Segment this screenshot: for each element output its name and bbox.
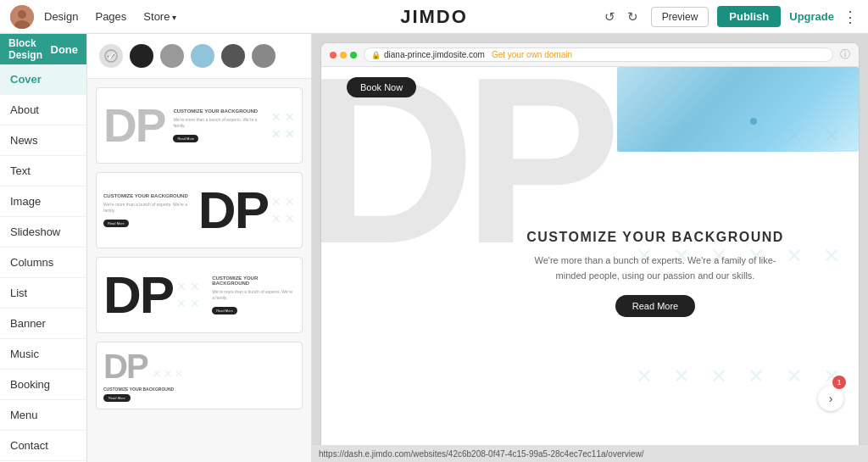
- browser-bar: 🔒 diana-prince.jimdosite.com Get your ow…: [321, 43, 859, 67]
- cross-pattern-4: ✕ ✕ ✕: [153, 368, 183, 380]
- preview-text-content: CUSTOMIZE YOUR BACKGROUND We're more tha…: [520, 230, 791, 317]
- block-thumb-1[interactable]: DP CUSTOMIZE YOUR BACKGROUND We're more …: [96, 87, 303, 164]
- top-navigation: Design Pages Store JIMDO ↺ ↻ Preview Pub…: [0, 0, 868, 34]
- block-thumb-2[interactable]: CUSTOMIZE YOUR BACKGROUND We're more tha…: [96, 172, 303, 248]
- block-thumb-4-inner: DP ✕ ✕ ✕: [103, 349, 295, 383]
- block-thumb-4[interactable]: DP ✕ ✕ ✕ CUSTOMIZE YOUR BACKGROUND Read …: [96, 342, 303, 409]
- sidebar-item-menu[interactable]: Menu: [0, 400, 86, 431]
- block-thumb-3[interactable]: DP ✕ ✕ ✕ ✕ CUSTOMIZE YOUR BACKGROUND We'…: [96, 257, 303, 333]
- sidebar-item-booking[interactable]: Booking: [0, 370, 86, 400]
- cross-pattern-3: ✕ ✕ ✕ ✕: [176, 280, 200, 310]
- sidebar-item-columns[interactable]: Columns: [0, 248, 86, 278]
- nav-design[interactable]: Design: [44, 10, 78, 23]
- lock-icon: 🔒: [371, 51, 381, 59]
- sidebar-item-news[interactable]: News: [0, 125, 86, 156]
- block-thumbnails: DP CUSTOMIZE YOUR BACKGROUND We're more …: [87, 79, 311, 462]
- block-mini-content-1: CUSTOMIZE YOUR BACKGROUND We're more tha…: [164, 109, 266, 142]
- preview-subtitle: We're more than a bunch of experts. We'r…: [520, 253, 791, 283]
- swatch-light[interactable]: [99, 44, 123, 68]
- right-actions: ↺ ↻ Preview Publish Upgrade ⋮: [600, 6, 858, 28]
- notification-badge: 1: [832, 376, 846, 389]
- block-mini-content-3: CUSTOMIZE YOUR BACKGROUND We're more tha…: [203, 276, 295, 314]
- browser-chrome: 🔒 diana-prince.jimdosite.com Get your ow…: [320, 42, 860, 445]
- sidebar-item-text[interactable]: Text: [0, 156, 86, 186]
- undo-button[interactable]: ↺: [600, 6, 620, 28]
- sidebar-item-list[interactable]: List: [0, 278, 86, 309]
- cross-pattern-1: ✕ ✕ ✕ ✕: [271, 110, 295, 141]
- preview-button[interactable]: Preview: [651, 7, 709, 27]
- preview-content: Book Now DP ✕ ✕ ✕ ✕ ✕ ✕ ✕ ✕ ✕ ✕: [321, 67, 859, 445]
- swatch-black[interactable]: [130, 44, 153, 68]
- browser-info-icon: ⓘ: [840, 47, 850, 62]
- sidebar-item-image[interactable]: Image: [0, 186, 86, 217]
- nav-items-list: Cover About News Text Image Slideshow Co…: [0, 64, 86, 462]
- block-letters-1: DP: [103, 103, 164, 149]
- sidebar-item-cover[interactable]: Cover: [0, 64, 86, 95]
- block-mini-content-2: CUSTOMIZE YOUR BACKGROUND We're more tha…: [103, 193, 198, 227]
- sidebar-item-music[interactable]: Music: [0, 339, 86, 370]
- jimdo-logo: JIMDO: [400, 6, 468, 28]
- book-now-button[interactable]: Book Now: [347, 77, 416, 97]
- nav-store[interactable]: Store: [143, 10, 176, 23]
- browser-dot-red: [330, 52, 337, 58]
- sidebar-item-contact[interactable]: Contact: [0, 431, 86, 461]
- upgrade-button[interactable]: Upgrade: [789, 10, 834, 23]
- get-domain-link[interactable]: Get your own domain: [492, 50, 572, 59]
- swatch-dark-gray[interactable]: [221, 44, 245, 68]
- block-letters-2: DP: [198, 188, 268, 233]
- swatch-medium-gray[interactable]: [252, 44, 275, 68]
- redo-button[interactable]: ↻: [623, 6, 643, 28]
- preview-main-title: CUSTOMIZE YOUR BACKGROUND: [520, 230, 791, 245]
- next-arrow-button[interactable]: ›: [818, 386, 843, 411]
- cross-pattern-2: ✕ ✕ ✕ ✕: [271, 195, 295, 225]
- publish-button[interactable]: Publish: [717, 6, 781, 27]
- svg-point-3: [105, 50, 117, 62]
- left-panel: Block Design Done Cover About News Text …: [0, 34, 87, 462]
- more-options-button[interactable]: ⋮: [843, 8, 858, 26]
- block-design-label: Block Design: [8, 37, 51, 61]
- chevron-right-icon: ›: [829, 392, 833, 405]
- browser-dot-green: [350, 52, 357, 58]
- browser-dots: [330, 52, 357, 58]
- swatch-gray[interactable]: [160, 44, 184, 68]
- done-button[interactable]: Done: [51, 43, 79, 56]
- undo-redo-group: ↺ ↻: [600, 6, 643, 28]
- block-letters-4: DP: [103, 349, 147, 383]
- sidebar-item-about[interactable]: About: [0, 95, 86, 125]
- avatar[interactable]: [10, 5, 34, 29]
- status-url: https://dash.e.jimdo.com/websites/42c6b2…: [319, 449, 644, 459]
- main-nav-links: Design Pages Store: [44, 10, 176, 23]
- browser-dot-yellow: [340, 52, 347, 58]
- swatch-light-blue[interactable]: [191, 44, 214, 68]
- svg-point-1: [18, 10, 26, 19]
- url-text: diana-prince.jimdosite.com: [384, 50, 485, 59]
- status-bar: https://dash.e.jimdo.com/websites/42c6b2…: [312, 445, 868, 462]
- sidebar-item-banner[interactable]: Banner: [0, 309, 86, 339]
- check-icon: [104, 49, 118, 63]
- sidebar-item-slideshow[interactable]: Slideshow: [0, 217, 86, 248]
- read-more-button[interactable]: Read More: [615, 295, 695, 317]
- block-design-header: Block Design Done: [0, 34, 86, 64]
- nav-pages[interactable]: Pages: [95, 10, 126, 23]
- browser-url-bar[interactable]: 🔒 diana-prince.jimdosite.com Get your ow…: [364, 47, 833, 62]
- center-panel: DP CUSTOMIZE YOUR BACKGROUND We're more …: [87, 34, 312, 462]
- right-panel: 🔒 diana-prince.jimdosite.com Get your ow…: [312, 34, 868, 462]
- block-letters-3: DP: [103, 273, 173, 318]
- main-layout: Block Design Done Cover About News Text …: [0, 34, 868, 462]
- color-swatches: [87, 34, 311, 79]
